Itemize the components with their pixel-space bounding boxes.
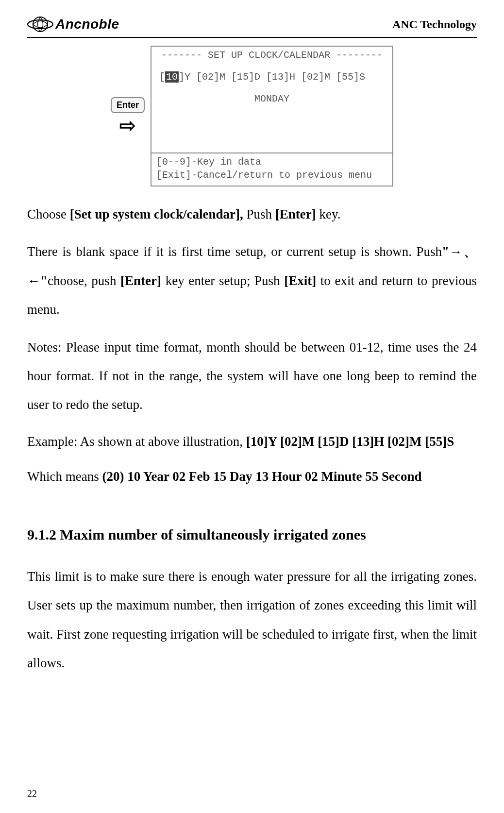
brand-logo: Ancnoble <box>27 15 119 34</box>
lcd-foot-1: [0--9]-Key in data <box>156 155 387 169</box>
lcd-screen: ------- SET UP CLOCK/CALENDAR -------- [… <box>151 46 393 186</box>
paragraph-5: Which means (20) 10 Year 02 Feb 15 Day 1… <box>27 463 477 490</box>
globe-icon <box>27 15 53 34</box>
lcd-highlighted-year: 10 <box>165 71 179 83</box>
lcd-day: MONDAY <box>156 93 387 104</box>
svg-point-0 <box>33 17 48 32</box>
arrow-right-icon: ⇨ <box>119 116 136 136</box>
paragraph-3: Notes: Please input time format, month s… <box>27 333 477 420</box>
page-number: 22 <box>27 788 37 799</box>
paragraph-4: Example: As shown at above illustration,… <box>27 428 477 455</box>
header-right-text: ANC Technology <box>392 18 477 31</box>
brand-name: Ancnoble <box>55 17 119 32</box>
enter-key-illustration: Enter ⇨ <box>111 97 145 136</box>
paragraph-1: Choose [Set up system clock/calendar], P… <box>27 200 477 229</box>
page-header: Ancnoble ANC Technology <box>27 15 477 38</box>
lcd-data-line: [10]Y [02]M [15]D [13]H [02]M [55]S <box>156 71 387 83</box>
section-heading: 9.1.2 Maxim number of simultaneously irr… <box>27 519 477 551</box>
paragraph-2: There is blank space if it is first time… <box>27 237 477 324</box>
svg-point-1 <box>28 20 53 29</box>
lcd-foot-2: [Exit]-Cancel/return to previous menu <box>156 169 387 182</box>
body-content: Choose [Set up system clock/calendar], P… <box>27 200 477 678</box>
paragraph-6: This limit is to make sure there is enou… <box>27 562 477 678</box>
enter-key-label: Enter <box>111 97 145 113</box>
lcd-title: ------- SET UP CLOCK/CALENDAR -------- <box>156 50 387 61</box>
illustration: Enter ⇨ ------- SET UP CLOCK/CALENDAR --… <box>27 46 477 186</box>
lcd-data-rest: ]Y [02]M [15]D [13]H [02]M [55]S <box>179 71 365 83</box>
